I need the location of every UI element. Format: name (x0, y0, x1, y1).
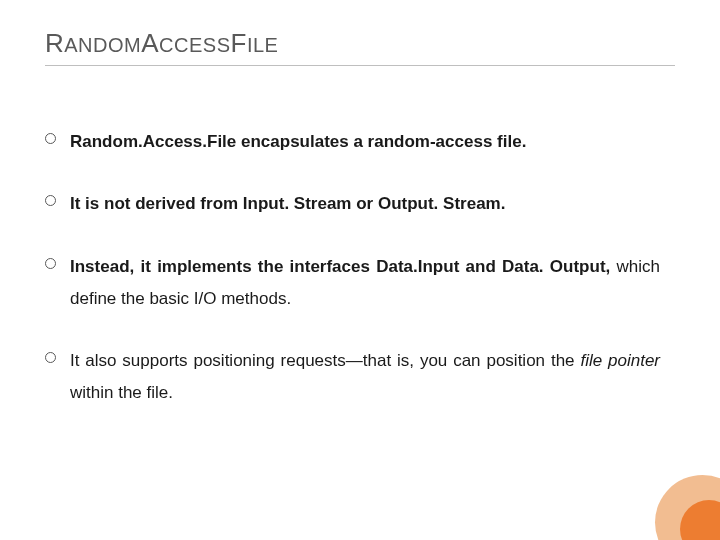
slide: RANDOMACCESSFILE Random.Access.File enca… (0, 0, 720, 540)
bullet-marker-icon (45, 133, 56, 144)
title-part: R (45, 28, 64, 58)
slide-title: RANDOMACCESSFILE (45, 28, 675, 66)
bullet-item: It also supports positioning requests—th… (45, 345, 660, 410)
bullet-text: Instead, it implements the interfaces Da… (70, 251, 660, 316)
bullet-text: It also supports positioning requests—th… (70, 345, 660, 410)
slide-content: Random.Access.File encapsulates a random… (45, 126, 675, 410)
text-segment: within the file. (70, 383, 173, 402)
text-segment: It also supports positioning requests—th… (70, 351, 580, 370)
bullet-item: It is not derived from Input. Stream or … (45, 188, 660, 220)
bullet-text: It is not derived from Input. Stream or … (70, 188, 660, 220)
title-part: F (230, 28, 246, 58)
text-segment: It is not derived from Input. Stream or … (70, 194, 505, 213)
title-part: ILE (247, 34, 279, 56)
bullet-marker-icon (45, 352, 56, 363)
bullet-marker-icon (45, 195, 56, 206)
bullet-item: Instead, it implements the interfaces Da… (45, 251, 660, 316)
text-segment: Random.Access.File encapsulates a random… (70, 132, 526, 151)
title-part: ANDOM (64, 34, 141, 56)
text-segment: file pointer (580, 351, 660, 370)
bullet-text: Random.Access.File encapsulates a random… (70, 126, 660, 158)
bullet-marker-icon (45, 258, 56, 269)
title-part: A (141, 28, 159, 58)
bullet-item: Random.Access.File encapsulates a random… (45, 126, 660, 158)
text-segment: Instead, it implements the interfaces Da… (70, 257, 617, 276)
title-part: CCESS (159, 34, 230, 56)
